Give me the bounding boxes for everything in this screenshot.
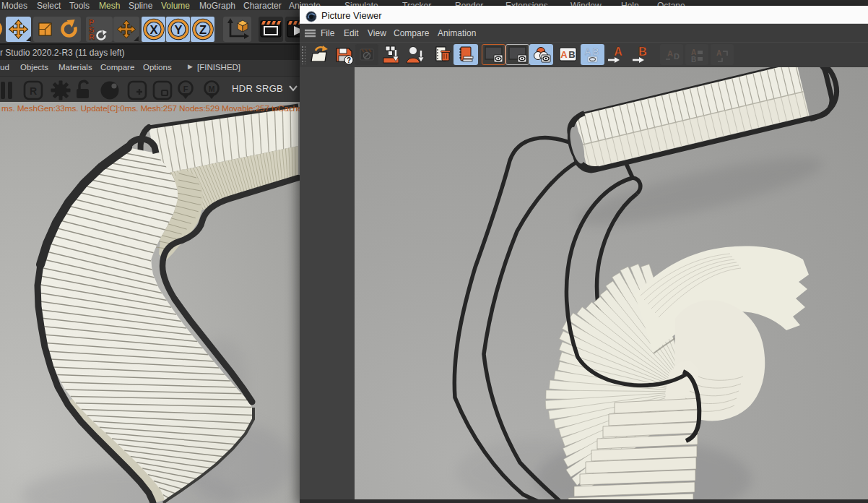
svg-text:B: B [691, 56, 696, 64]
svg-text:B: B [568, 49, 575, 60]
svg-text:D: D [674, 52, 680, 61]
svg-text:A: A [667, 49, 673, 58]
svg-text:B: B [638, 46, 647, 58]
svg-text:R: R [89, 33, 95, 41]
svg-text:Y: Y [174, 23, 182, 36]
svg-text:A: A [716, 49, 721, 57]
svg-text:A: A [585, 47, 591, 57]
svg-text:M: M [209, 85, 215, 93]
svg-text:R: R [30, 85, 37, 97]
svg-text:Z: Z [199, 23, 207, 36]
svg-text:?: ? [347, 56, 351, 64]
svg-text:A: A [560, 49, 568, 60]
svg-text:A: A [614, 46, 622, 58]
svg-text:F: F [183, 85, 188, 93]
svg-text:X: X [149, 23, 157, 36]
svg-text:B: B [593, 47, 599, 57]
